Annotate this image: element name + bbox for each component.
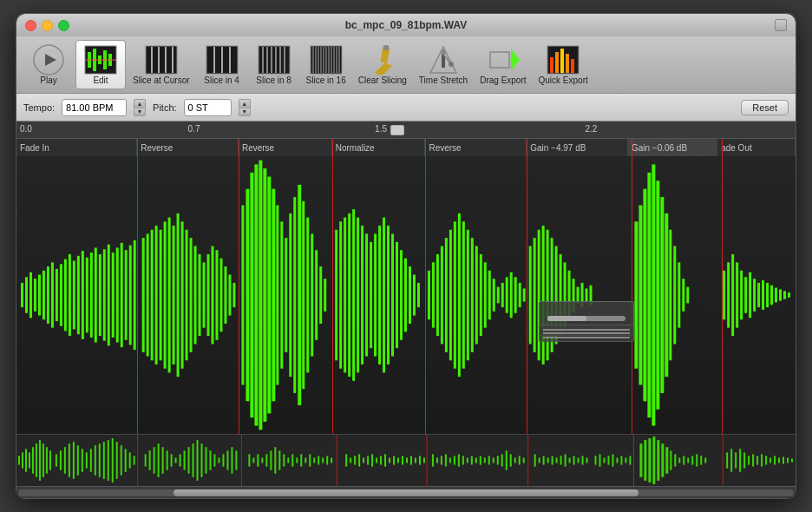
svg-rect-93: [190, 238, 193, 352]
scrollbar-thumb[interactable]: [174, 489, 638, 496]
svg-rect-299: [393, 456, 395, 464]
svg-rect-223: [56, 454, 57, 466]
svg-rect-262: [226, 450, 228, 469]
svg-rect-212: [18, 456, 20, 464]
slice-8-label: Slice in 8: [256, 75, 291, 85]
gain-slider-track[interactable]: [547, 316, 625, 321]
svg-rect-142: [413, 274, 416, 315]
svg-rect-246: [158, 443, 160, 477]
pitch-up[interactable]: ▲: [239, 99, 251, 108]
svg-rect-199: [740, 271, 743, 319]
tempo-down[interactable]: ▼: [134, 108, 146, 116]
svg-rect-147: [441, 246, 443, 345]
close-button[interactable]: [25, 20, 36, 31]
svg-rect-289: [350, 457, 351, 463]
svg-rect-362: [683, 456, 684, 464]
svg-rect-95: [199, 254, 201, 336]
slice-16-button[interactable]: Slice in 16: [301, 41, 351, 89]
svg-rect-152: [462, 221, 465, 368]
svg-rect-216: [32, 447, 34, 474]
svg-rect-154: [471, 238, 474, 352]
svg-rect-284: [326, 456, 328, 464]
mini-waveform[interactable]: [16, 434, 796, 486]
svg-rect-255: [197, 440, 199, 481]
svg-rect-105: [246, 189, 249, 402]
playhead[interactable]: [390, 125, 404, 135]
svg-rect-89: [173, 226, 175, 364]
scrollbar-area: [16, 486, 796, 498]
minimize-button[interactable]: [42, 20, 53, 31]
pitch-stepper[interactable]: ▲ ▼: [239, 99, 251, 116]
svg-rect-182: [634, 221, 638, 368]
play-button[interactable]: Play: [23, 41, 74, 89]
svg-rect-295: [376, 457, 377, 463]
svg-rect-121: [315, 250, 318, 340]
svg-rect-114: [285, 238, 287, 352]
svg-rect-39: [383, 45, 389, 50]
svg-rect-290: [354, 456, 356, 464]
svg-rect-304: [415, 457, 416, 463]
svg-rect-125: [339, 221, 342, 368]
svg-rect-193: [682, 279, 684, 312]
svg-rect-168: [534, 238, 536, 352]
window-resize-icon[interactable]: [775, 19, 787, 31]
scrollbar-track[interactable]: [18, 489, 794, 496]
svg-rect-127: [348, 213, 350, 377]
svg-rect-282: [318, 456, 319, 464]
svg-rect-363: [687, 457, 689, 463]
svg-rect-138: [396, 242, 398, 348]
drag-export-button[interactable]: Drag Export: [475, 41, 531, 89]
drag-export-icon: [486, 44, 521, 75]
slice-label-7: ade Out: [717, 139, 796, 156]
svg-rect-340: [582, 456, 584, 464]
svg-rect-384: [791, 458, 793, 462]
clear-slicing-button[interactable]: Clear Slicing: [353, 41, 412, 89]
svg-rect-128: [352, 209, 355, 381]
tempo-up[interactable]: ▲: [134, 99, 146, 108]
svg-rect-256: [201, 443, 203, 477]
svg-rect-57: [29, 272, 32, 318]
slice-4-button[interactable]: Slice in 4: [197, 41, 247, 89]
pitch-input[interactable]: [184, 99, 232, 116]
slice-8-button[interactable]: Slice in 8: [249, 41, 299, 89]
time-stretch-button[interactable]: Time Stretch: [414, 41, 473, 89]
svg-rect-189: [665, 213, 668, 377]
slice-cursor-button[interactable]: Slice at Cursor: [128, 41, 195, 89]
svg-rect-76: [112, 253, 115, 338]
pitch-down[interactable]: ▼: [239, 108, 251, 116]
svg-rect-150: [454, 221, 456, 368]
tempo-stepper[interactable]: ▲ ▼: [134, 99, 146, 116]
svg-rect-197: [731, 254, 734, 336]
svg-rect-203: [757, 283, 760, 307]
svg-rect-338: [573, 456, 575, 464]
quick-export-button[interactable]: Quick Export: [534, 41, 593, 89]
svg-rect-273: [278, 450, 280, 469]
gain-lines-overlay: [539, 325, 634, 342]
main-waveform[interactable]: Fade In Reverse Reverse Normalize Revers…: [16, 139, 796, 434]
svg-rect-253: [188, 447, 190, 474]
svg-rect-266: [248, 454, 250, 466]
svg-rect-205: [766, 283, 769, 307]
svg-rect-278: [300, 454, 302, 466]
maximize-button[interactable]: [58, 20, 69, 31]
svg-rect-301: [402, 456, 403, 464]
svg-rect-97: [207, 254, 210, 336]
svg-rect-149: [449, 230, 452, 361]
svg-rect-382: [783, 456, 784, 463]
slice-8-icon: [257, 44, 291, 75]
svg-rect-343: [595, 456, 597, 464]
tempo-input[interactable]: [62, 99, 127, 116]
svg-rect-141: [409, 266, 411, 324]
main-window: bc_mpc_09_81bpm.WAV Play: [16, 13, 796, 499]
svg-rect-288: [345, 454, 347, 466]
svg-rect-196: [727, 262, 730, 327]
svg-rect-245: [154, 447, 155, 474]
reset-button[interactable]: Reset: [741, 100, 789, 115]
edit-button[interactable]: Edit: [75, 40, 126, 89]
svg-rect-250: [175, 457, 177, 463]
svg-rect-111: [272, 189, 275, 402]
svg-rect-55: [21, 283, 23, 307]
svg-rect-164: [514, 277, 517, 312]
svg-rect-313: [458, 454, 460, 466]
svg-rect-308: [436, 457, 438, 463]
